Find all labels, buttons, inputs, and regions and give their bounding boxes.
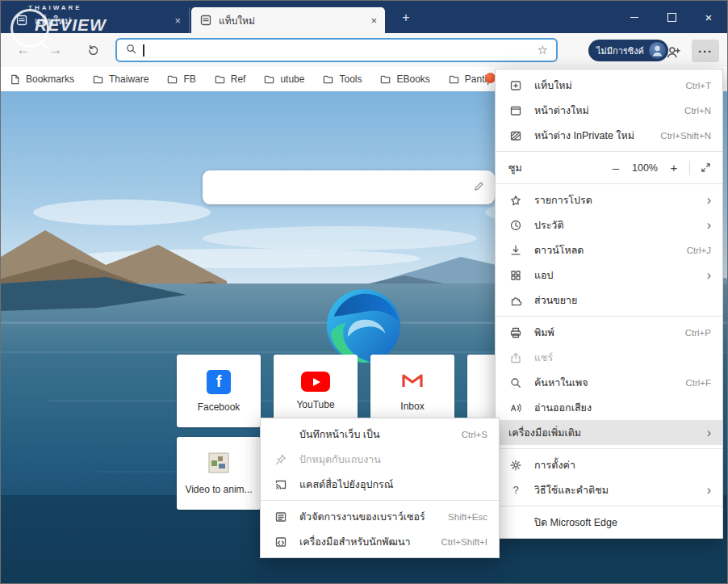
menu-item-label: ส่วนขยาย (534, 292, 711, 309)
bookmark-folder-tools[interactable]: Tools (322, 74, 362, 86)
menu-item-shortcut: Ctrl+N (684, 106, 711, 116)
quick-link-youtube[interactable]: YouTube (274, 355, 358, 427)
facebook-icon: f (207, 370, 231, 394)
menu-item-label: แท็บใหม่ (534, 78, 677, 94)
page-icon (199, 14, 212, 27)
menu-item-find-on-page[interactable]: ค้นหาในเพจ Ctrl+F (496, 370, 722, 395)
browser-menu: แท็บใหม่ Ctrl+T หน้าต่างใหม่ Ctrl+N หน้า… (495, 69, 723, 539)
menu-item-label: หน้าต่างใหม่ (534, 103, 676, 119)
bookmark-folder-utube[interactable]: utube (263, 74, 304, 86)
menu-item-label: ค้นหาในเพจ (534, 375, 677, 391)
menu-item-label: อ่านออกเสียง (534, 400, 711, 416)
address-bar[interactable]: ☆ (115, 38, 558, 62)
menu-item-inprivate-window[interactable]: หน้าต่าง InPrivate ใหม่ Ctrl+Shift+N (496, 123, 722, 148)
back-button[interactable]: ← (10, 38, 36, 62)
bookmark-label: Thaiware (109, 74, 149, 85)
zoom-in-button[interactable]: + (663, 158, 684, 178)
menu-item-shortcut: Ctrl+P (685, 328, 711, 338)
menu-item-label: ประวัติ (534, 217, 699, 233)
forward-button[interactable]: → (43, 38, 69, 62)
tab-active[interactable]: แท็บใหม่ × (191, 7, 385, 33)
bookmark-label: FB (183, 74, 195, 85)
tab-close-button[interactable]: × (370, 15, 377, 27)
new-tab-button[interactable]: + (396, 10, 416, 26)
settings-and-more-button[interactable]: ··· (692, 40, 719, 62)
menu-item-label: หน้าต่าง InPrivate ใหม่ (534, 128, 652, 144)
sync-status-label: ไม่มีการซิงค์ (596, 44, 644, 58)
tile-label: Video to anim... (185, 484, 252, 495)
submenu-item-save-page-as[interactable]: บันทึกหน้าเว็บ เป็น Ctrl+S (261, 422, 499, 447)
menu-item-label: แชร์ (534, 350, 711, 366)
tab-close-button[interactable]: × (174, 15, 181, 27)
zoom-label: ซูม (508, 160, 605, 176)
menu-item-settings[interactable]: การตั้งค่า (496, 452, 722, 477)
tab-title: แท็บใหม่ (35, 13, 168, 28)
menu-item-share: แชร์ (496, 345, 722, 370)
menu-divider (496, 316, 722, 317)
chevron-right-icon: › (707, 194, 711, 207)
bookmark-label: EBooks (396, 74, 429, 85)
menu-item-downloads[interactable]: ดาวน์โหลด Ctrl+J (496, 237, 722, 263)
tab-inactive[interactable]: แท็บใหม่ × (7, 7, 190, 33)
video-thumbnail-icon (208, 452, 229, 477)
menu-item-label: รายการโปรด (534, 192, 699, 208)
menu-item-shortcut: Ctrl+Shift+I (441, 537, 487, 547)
menu-item-shortcut: Ctrl+F (685, 378, 711, 388)
menu-item-label: ตัวจัดการงานของเบราว์เซอร์ (299, 509, 440, 525)
menu-divider (261, 500, 499, 501)
search-box[interactable] (203, 170, 495, 204)
youtube-icon (301, 372, 330, 392)
fullscreen-button[interactable] (695, 158, 716, 178)
menu-item-label: ดาวน์โหลด (534, 242, 679, 258)
menu-item-label: การตั้งค่า (534, 457, 711, 473)
share-icon (508, 351, 523, 364)
menu-item-read-aloud[interactable]: อ่านออกเสียง (496, 395, 722, 420)
favorite-star-icon[interactable]: ☆ (538, 43, 548, 57)
bookmark-folder-ref[interactable]: Ref (214, 74, 246, 86)
history-icon (508, 219, 523, 232)
help-icon: ? (508, 484, 523, 496)
bookmark-item-bookmarks[interactable]: Bookmarks (9, 74, 74, 86)
menu-item-shortcut: Ctrl+Shift+N (660, 131, 711, 141)
bookmark-folder-fb[interactable]: FB (166, 74, 195, 86)
profile-button[interactable]: ไม่มีการซิงค์ (588, 40, 668, 61)
menu-item-close-edge[interactable]: ปิด Microsoft Edge (496, 510, 722, 535)
menu-item-help-feedback[interactable]: ? วิธีใช้และคำติชม › (496, 477, 722, 502)
bookmark-folder-thaiware[interactable]: Thaiware (92, 74, 149, 86)
extensions-icon (508, 294, 523, 307)
menu-item-label: แอป (534, 267, 699, 284)
submenu-item-developer-tools[interactable]: เครื่องมือสำหรับนักพัฒนา Ctrl+Shift+I (261, 529, 499, 554)
chevron-right-icon: › (707, 484, 711, 497)
zoom-out-button[interactable]: – (605, 158, 626, 178)
maximize-button[interactable] (653, 1, 690, 33)
menu-item-print[interactable]: พิมพ์ Ctrl+P (496, 320, 722, 345)
menu-item-label: เครื่องมือสำหรับนักพัฒนา (299, 534, 433, 550)
close-button[interactable]: × (690, 1, 727, 33)
favorites-icon (508, 194, 523, 207)
quick-link-facebook[interactable]: f Facebook (177, 355, 261, 427)
chevron-right-icon: › (707, 426, 711, 439)
new-tab-icon (508, 79, 523, 92)
menu-divider (496, 448, 722, 449)
quick-link-inbox[interactable]: Inbox (370, 355, 454, 427)
menu-item-new-tab[interactable]: แท็บใหม่ Ctrl+T (496, 73, 722, 98)
reload-button[interactable] (80, 38, 106, 62)
submenu-item-task-manager[interactable]: ตัวจัดการงานของเบราว์เซอร์ Shift+Esc (261, 504, 499, 529)
menu-item-shortcut: Shift+Esc (448, 512, 487, 522)
minimize-button[interactable] (616, 1, 653, 33)
tile-label: YouTube (296, 399, 334, 410)
page-icon (15, 14, 28, 27)
menu-item-new-window[interactable]: หน้าต่างใหม่ Ctrl+N (496, 98, 722, 123)
submenu-item-cast-media[interactable]: แคสต์สื่อไปยังอุปกรณ์ (261, 472, 499, 497)
people-icon[interactable] (661, 40, 685, 63)
menu-item-apps[interactable]: แอป › (496, 263, 722, 288)
menu-item-more-tools[interactable]: เครื่องมือเพิ่มเติม › (496, 420, 722, 445)
bookmark-folder-ebooks[interactable]: EBooks (379, 74, 429, 86)
download-icon (508, 244, 523, 257)
task-manager-icon (274, 510, 288, 523)
menu-item-extensions[interactable]: ส่วนขยาย (496, 288, 722, 313)
menu-item-history[interactable]: ประวัติ › (496, 212, 722, 237)
close-icon: × (705, 11, 713, 23)
menu-item-favorites[interactable]: รายการโปรด › (496, 187, 722, 212)
quick-link-video[interactable]: Video to anim... (177, 437, 261, 510)
